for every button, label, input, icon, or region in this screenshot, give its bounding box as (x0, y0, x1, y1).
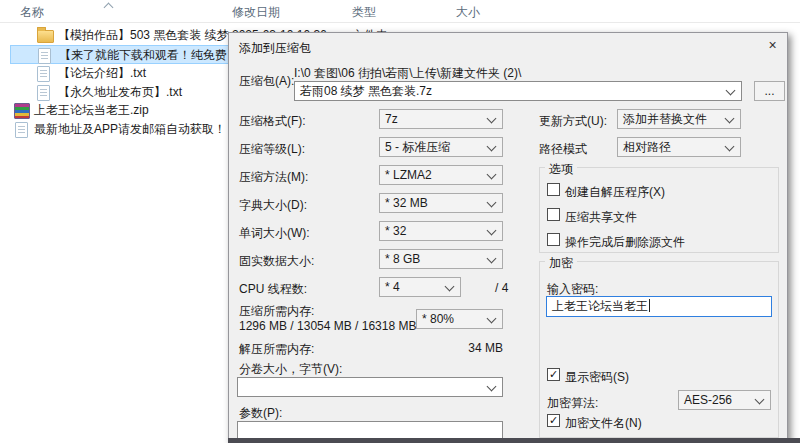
column-header-type[interactable]: 类型 (352, 4, 376, 21)
cpu-threads-value: * 4 (385, 280, 400, 294)
column-header-date[interactable]: 修改日期 (232, 4, 280, 21)
sort-ascending-icon (104, 3, 114, 13)
memory-compress-label: 压缩所需内存: (239, 303, 314, 320)
show-password-label: 显示密码(S) (565, 369, 629, 386)
word-size-value: * 32 (385, 224, 406, 238)
chevron-down-icon (487, 170, 497, 180)
algorithm-label: 加密算法: (547, 395, 598, 412)
path-mode-combobox[interactable]: 相对路径 (617, 137, 741, 157)
level-label: 压缩等级(L): (239, 141, 305, 158)
memory-decompress-value: 34 MB (461, 341, 503, 355)
volume-size-combobox[interactable] (237, 377, 503, 397)
chevron-down-icon (487, 254, 497, 264)
file-name: 【永久地址发布页】.txt (58, 83, 182, 102)
archive-label: 压缩包(A): (239, 73, 294, 90)
create-sfx-label: 创建自解压程序(X) (565, 184, 665, 201)
header-divider (0, 22, 800, 23)
method-combobox[interactable]: * LZMA2 (379, 165, 503, 185)
algorithm-value: AES-256 (684, 393, 732, 407)
text-caret (649, 299, 650, 312)
browse-button[interactable]: ... (754, 81, 785, 101)
method-label: 压缩方法(M): (239, 169, 308, 186)
chevron-down-icon (725, 142, 735, 152)
text-file-icon (37, 66, 50, 82)
archive-name-value: 若雨08 续梦 黑色套装.7z (300, 84, 432, 98)
shared-files-label: 压缩共享文件 (565, 209, 637, 226)
cpu-threads-max: / 4 (495, 281, 508, 295)
chevron-down-icon (725, 114, 735, 124)
file-name: 上老王论坛当老王.zip (34, 101, 149, 120)
dictionary-value: * 32 MB (385, 196, 428, 210)
chevron-down-icon (487, 198, 497, 208)
format-value: 7z (385, 112, 398, 126)
text-file-icon (38, 48, 51, 64)
chevron-down-icon (487, 114, 497, 124)
dialog-title: 添加到压缩包 (239, 40, 311, 57)
close-icon[interactable]: × (757, 33, 788, 57)
format-combobox[interactable]: 7z (379, 109, 503, 129)
show-password-checkbox[interactable]: ✓ (547, 368, 560, 381)
solid-block-combobox[interactable]: * 8 GB (379, 249, 503, 269)
create-sfx-checkbox[interactable] (547, 183, 560, 196)
chevron-down-icon (487, 142, 497, 152)
memory-compress-detail: 1296 MB / 13054 MB / 16318 MB (239, 319, 416, 333)
cpu-threads-combobox[interactable]: * 4 (379, 277, 461, 297)
memory-percent-combobox[interactable]: * 80% (416, 309, 503, 329)
memory-percent-value: * 80% (422, 312, 454, 326)
chevron-down-icon (755, 395, 765, 405)
archive-directory: I:\0 套图\06 街拍\若雨\上传\新建文件夹 (2)\ (294, 65, 521, 82)
add-to-archive-dialog: 添加到压缩包 × 压缩包(A): I:\0 套图\06 街拍\若雨\上传\新建文… (228, 32, 788, 443)
cpu-threads-label: CPU 线程数: (239, 281, 307, 298)
column-header-size[interactable]: 大小 (456, 4, 480, 21)
chevron-down-icon (726, 86, 736, 96)
text-file-icon (15, 122, 28, 138)
zip-archive-icon (14, 103, 30, 119)
folder-icon (37, 30, 54, 43)
solid-block-label: 固实数据大小: (239, 253, 314, 270)
window-bottom-edge (228, 438, 800, 443)
encryption-group-title: 加密 (545, 255, 577, 272)
format-label: 压缩格式(F): (239, 113, 306, 130)
file-name: 【模拍作品】503 黑色套装 续梦 (58, 26, 229, 45)
password-value: 上老王论坛当老王 (552, 299, 648, 313)
word-size-label: 单词大小(W): (239, 225, 310, 242)
file-name: 最新地址及APP请发邮箱自动获取！！！... (34, 120, 260, 139)
method-value: * LZMA2 (385, 168, 432, 182)
chevron-down-icon (445, 282, 455, 292)
update-mode-combobox[interactable]: 添加并替换文件 (617, 109, 741, 129)
shared-files-checkbox[interactable] (547, 208, 560, 221)
word-size-combobox[interactable]: * 32 (379, 221, 503, 241)
delete-after-label: 操作完成后删除源文件 (565, 234, 685, 251)
text-file-icon (37, 85, 50, 101)
memory-decompress-label: 解压所需内存: (239, 341, 314, 358)
dictionary-label: 字典大小(D): (239, 197, 307, 214)
password-input[interactable]: 上老王论坛当老王 (546, 296, 772, 317)
solid-block-value: * 8 GB (385, 252, 420, 266)
level-combobox[interactable]: 5 - 标准压缩 (379, 137, 503, 157)
encrypt-names-checkbox[interactable]: ✓ (547, 414, 560, 427)
level-value: 5 - 标准压缩 (385, 140, 450, 154)
update-mode-label: 更新方式(U): (539, 113, 607, 130)
chevron-down-icon (487, 314, 497, 324)
volume-size-label: 分卷大小，字节(V): (239, 361, 342, 378)
chevron-down-icon (487, 382, 497, 392)
archive-name-combobox[interactable]: 若雨08 续梦 黑色套装.7z (294, 81, 742, 101)
parameters-label: 参数(P): (239, 405, 282, 422)
file-name: 【论坛介绍】.txt (58, 64, 146, 83)
options-group-title: 选项 (545, 161, 577, 178)
column-header-name[interactable]: 名称 (20, 4, 44, 21)
encrypt-names-label: 加密文件名(N) (565, 415, 642, 432)
algorithm-combobox[interactable]: AES-256 (678, 390, 771, 410)
path-mode-value: 相对路径 (623, 140, 671, 154)
delete-after-checkbox[interactable] (547, 233, 560, 246)
dictionary-combobox[interactable]: * 32 MB (379, 193, 503, 213)
chevron-down-icon (487, 226, 497, 236)
update-mode-value: 添加并替换文件 (623, 112, 707, 126)
path-mode-label: 路径模式 (539, 141, 587, 158)
